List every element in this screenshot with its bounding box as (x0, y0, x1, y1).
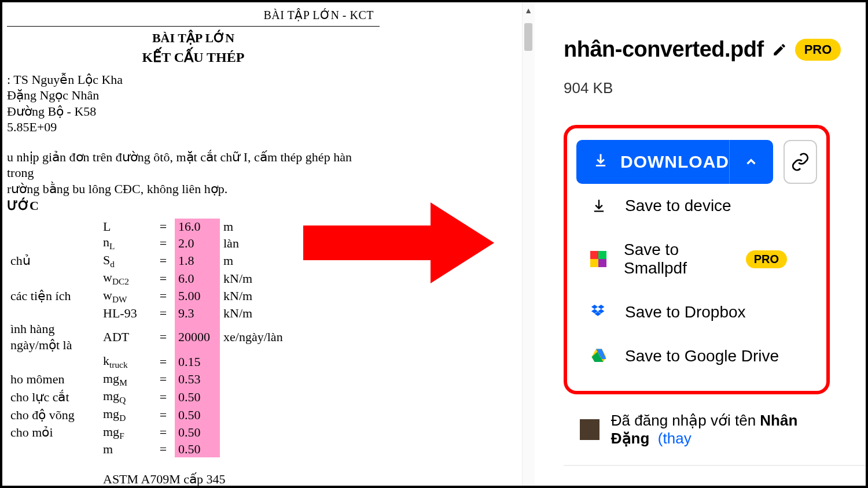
option-save-device[interactable]: Save to device (576, 184, 817, 228)
params-table: L=16.0mnL=2.0lànchủSd=1.8mwDC2=6.0kN/mcá… (7, 219, 301, 457)
param-row: các tiện íchwDW=5.00kN/m (7, 287, 301, 305)
download-label: DOWNLOAD (620, 152, 729, 172)
side-panel: nhân-converted.pdf PRO 904 KB DOWNLOAD (535, 2, 866, 486)
astm-header: ASTM A709M cấp 345 (7, 471, 301, 487)
change-account-link[interactable]: (thay (658, 430, 692, 447)
doc-desc-1: u nhịp giản đơn trên đường ôtô, mặt cắt … (7, 149, 380, 181)
file-size: 904 KB (564, 79, 866, 97)
option-label: Save to Google Drive (625, 347, 779, 365)
download-icon (593, 152, 609, 172)
scrollbar-track[interactable] (522, 2, 535, 486)
option-save-gdrive[interactable]: Save to Google Drive (576, 334, 817, 378)
edit-icon[interactable] (772, 42, 787, 57)
option-label: Save to Dropbox (625, 303, 746, 321)
download-chevron[interactable] (729, 140, 773, 184)
scrollbar-thumb[interactable] (524, 23, 532, 51)
doc-title-1: BÀI TẬP LỚN (7, 30, 380, 46)
param-row: ình hàng ngày/một làADT=20000xe/ngày/làn (7, 321, 301, 353)
param-row: cho lực cắtmgQ=0.50 (7, 388, 301, 406)
param-row: nL=2.0làn (7, 234, 301, 252)
svg-rect-0 (590, 251, 598, 259)
svg-rect-1 (598, 251, 606, 259)
option-label: Save to device (625, 197, 731, 215)
astm-table: ASTM A709M cấp 345E=200000MpaFy=345MpaFu… (7, 471, 301, 488)
doc-info-4: 5.85E+09 (7, 119, 380, 135)
doc-info-1: : TS Nguyễn Lộc Kha (7, 72, 380, 88)
param-row: ho mômenmgM=0.53 (7, 371, 301, 389)
param-row: cho độ võngmgD=0.50 (7, 406, 301, 424)
param-row: L=16.0m (7, 219, 301, 235)
download-button[interactable]: DOWNLOAD (576, 140, 773, 184)
option-label: Save to Smallpdf (624, 241, 729, 278)
param-row: HL-93=9.3kN/m (7, 305, 301, 321)
signed-in-row: Đã đăng nhập với tên Nhân Đặng (thay (564, 412, 866, 448)
scroll-up-arrow[interactable]: ▲ (524, 6, 532, 15)
param-row: cho mỏimgF=0.50 (7, 424, 301, 442)
doc-page-header: BÀI TẬP LỚN - KCT (7, 8, 380, 27)
download-dropdown-box: DOWNLOAD Save to device (564, 125, 830, 394)
svg-rect-3 (598, 259, 606, 267)
download-icon (590, 197, 608, 215)
avatar (580, 419, 599, 440)
file-name: nhân-converted.pdf (564, 37, 764, 62)
option-save-dropbox[interactable]: Save to Dropbox (576, 290, 817, 334)
doc-section-uoc: ƯỚC (7, 198, 380, 214)
share-link-button[interactable] (784, 140, 817, 184)
doc-info-block: : TS Nguyễn Lộc Kha Đặng Ngọc Nhân Đường… (7, 72, 380, 135)
doc-info-3: Đường Bộ - K58 (7, 103, 380, 120)
pro-badge: PRO (795, 39, 841, 61)
divider (564, 465, 866, 466)
option-save-smallpdf[interactable]: Save to Smallpdf PRO (576, 228, 817, 290)
document-preview: BÀI TẬP LỚN - KCT BÀI TẬP LỚN KẾT CẤU TH… (2, 2, 384, 486)
gdrive-icon (590, 347, 608, 365)
pro-badge-small: PRO (746, 250, 787, 268)
preview-gutter: ▲ (384, 2, 535, 486)
param-row: ktruck=0.15 (7, 353, 301, 371)
doc-desc: u nhịp giản đơn trên đường ôtô, mặt cắt … (7, 149, 380, 197)
svg-rect-2 (590, 259, 598, 267)
dropbox-icon (590, 304, 608, 321)
signed-in-prefix: Đã đăng nhập với tên (611, 412, 760, 429)
param-row: chủSd=1.8m (7, 252, 301, 270)
doc-info-2: Đặng Ngọc Nhân (7, 87, 380, 103)
doc-title-2: KẾT CẤU THÉP (7, 49, 380, 66)
param-row: wDC2=6.0kN/m (7, 269, 301, 287)
doc-desc-2: rường bằng bu lông CĐC, không liên hợp. (7, 181, 380, 197)
smallpdf-icon (590, 250, 606, 268)
param-row: m=0.50 (7, 441, 301, 457)
